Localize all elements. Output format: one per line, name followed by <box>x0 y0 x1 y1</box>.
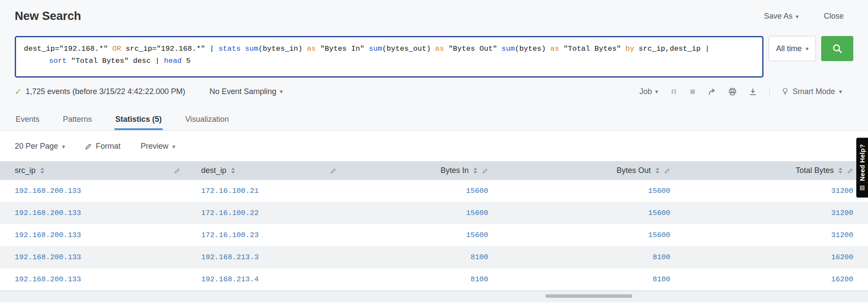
job-menu[interactable]: Job ▾ <box>640 87 658 96</box>
caret-down-icon: ▾ <box>62 143 65 150</box>
hscrollbar-thumb[interactable] <box>545 294 632 298</box>
print-button[interactable] <box>728 88 737 96</box>
cell-dest-ip[interactable]: 172.16.100.23 <box>191 224 347 246</box>
column-label: dest_ip <box>201 166 226 175</box>
column-header-bytes-out[interactable]: Bytes Out <box>499 161 681 180</box>
cell-total-bytes[interactable]: 31200 <box>681 224 868 246</box>
event-sampling-label: No Event Sampling <box>209 87 276 96</box>
tab-patterns[interactable]: Patterns <box>62 110 93 130</box>
cell-total-bytes[interactable]: 31200 <box>681 180 868 202</box>
query-line: sort "Total Bytes" desc | head 5 <box>24 55 754 67</box>
splunk-new-search-page: New Search Save As ▾ Close dest_ip="192.… <box>0 0 868 302</box>
edit-column-icon[interactable] <box>664 168 670 174</box>
cell-bytes-in[interactable]: 15600 <box>347 180 499 202</box>
column-label: Total Bytes <box>796 166 834 175</box>
query-token: (bytes_in) <box>258 45 307 53</box>
cell-dest-ip[interactable]: 172.16.100.21 <box>191 180 347 202</box>
sort-arrows-icon[interactable] <box>655 167 660 174</box>
preview-dropdown[interactable]: Preview ▾ <box>140 142 175 151</box>
query-token: as <box>435 45 444 53</box>
search-icon <box>832 43 843 54</box>
per-page-label: 20 Per Page <box>15 142 58 151</box>
events-count[interactable]: 1,725 events (before 3/15/22 4:42:22.000… <box>26 87 185 96</box>
sort-arrows-icon[interactable] <box>473 167 478 174</box>
edit-column-icon[interactable] <box>847 168 853 174</box>
table-row: 192.168.200.133192.168.213.4810081001620… <box>0 268 868 290</box>
statistics-table: src_ipdest_ipBytes InBytes OutTotal Byte… <box>0 161 868 290</box>
search-query-input[interactable]: dest_ip="192.168.*" OR src_ip="192.168.*… <box>15 36 764 78</box>
table-row: 192.168.200.133172.16.100.22156001560031… <box>0 202 868 224</box>
preview-label: Preview <box>140 142 168 151</box>
cell-bytes-out[interactable]: 8100 <box>499 246 681 268</box>
pencil-icon <box>85 143 92 150</box>
query-token: OR <box>112 45 121 53</box>
edit-column-icon[interactable] <box>330 168 336 174</box>
cell-bytes-out[interactable]: 15600 <box>499 180 681 202</box>
format-label: Format <box>96 142 121 151</box>
cell-bytes-out[interactable]: 8100 <box>499 268 681 290</box>
column-label: Bytes Out <box>617 166 651 175</box>
query-token: as <box>550 45 559 53</box>
job-label: Job <box>640 87 652 96</box>
cell-bytes-out[interactable]: 15600 <box>499 224 681 246</box>
cell-bytes-out[interactable]: 15600 <box>499 202 681 224</box>
column-header-dest-ip[interactable]: dest_ip <box>191 161 347 180</box>
cell-bytes-in[interactable]: 15600 <box>347 202 499 224</box>
column-header-src-ip[interactable]: src_ip <box>0 161 191 180</box>
tab-visualization[interactable]: Visualization <box>184 110 230 130</box>
hscrollbar-track[interactable] <box>0 290 868 302</box>
cell-bytes-in[interactable]: 8100 <box>347 246 499 268</box>
page-title: New Search <box>15 10 81 23</box>
share-button[interactable] <box>708 88 716 96</box>
export-button[interactable] <box>749 88 757 96</box>
table-row: 192.168.200.133172.16.100.21156001560031… <box>0 180 868 202</box>
cell-dest-ip[interactable]: 192.168.213.3 <box>191 246 347 268</box>
query-token: "Total Bytes" <box>559 45 625 53</box>
format-button[interactable]: Format <box>85 142 121 151</box>
query-token: sum <box>502 45 515 53</box>
cell-dest-ip[interactable]: 192.168.213.4 <box>191 268 347 290</box>
table-row: 192.168.200.133192.168.213.3810081001620… <box>0 246 868 268</box>
edit-column-icon[interactable] <box>174 168 180 174</box>
cell-src-ip[interactable]: 192.168.200.133 <box>0 246 191 268</box>
cell-src-ip[interactable]: 192.168.200.133 <box>0 224 191 246</box>
query-token: dest_ip="192.168.*" <box>24 45 112 53</box>
per-page-dropdown[interactable]: 20 Per Page ▾ <box>15 142 65 151</box>
cell-src-ip[interactable]: 192.168.200.133 <box>0 268 191 290</box>
cell-src-ip[interactable]: 192.168.200.133 <box>0 180 191 202</box>
time-range-picker[interactable]: All time ▾ <box>769 36 816 61</box>
column-header-total-bytes[interactable]: Total Bytes <box>681 161 868 180</box>
query-token: head <box>164 57 182 65</box>
tab-statistics-5[interactable]: Statistics (5) <box>114 110 163 130</box>
smart-mode-menu[interactable]: Smart Mode ▾ <box>782 87 842 96</box>
stop-button[interactable] <box>689 88 696 95</box>
sort-arrows-icon[interactable] <box>231 167 235 174</box>
pause-button[interactable] <box>670 88 677 95</box>
event-sampling-dropdown[interactable]: No Event Sampling ▾ <box>209 87 283 96</box>
close-label: Close <box>824 12 844 21</box>
sort-arrows-icon[interactable] <box>40 167 45 174</box>
cell-src-ip[interactable]: 192.168.200.133 <box>0 202 191 224</box>
cell-bytes-in[interactable]: 15600 <box>347 224 499 246</box>
query-token: sum <box>369 45 382 53</box>
cell-total-bytes[interactable]: 16200 <box>681 246 868 268</box>
check-icon: ✓ <box>15 87 22 97</box>
tab-events[interactable]: Events <box>15 110 40 130</box>
download-icon <box>749 88 757 96</box>
cell-total-bytes[interactable]: 16200 <box>681 268 868 290</box>
search-button[interactable] <box>821 36 853 61</box>
query-line: dest_ip="192.168.*" OR src_ip="192.168.*… <box>24 43 754 55</box>
table-body: 192.168.200.133172.16.100.21156001560031… <box>0 180 868 290</box>
edit-column-icon[interactable] <box>482 168 488 174</box>
close-button[interactable]: Close <box>824 12 844 21</box>
sort-arrows-icon[interactable] <box>838 167 843 174</box>
column-header-bytes-in[interactable]: Bytes In <box>347 161 499 180</box>
results-toolbar: 20 Per Page ▾ Format Preview ▾ <box>0 130 868 161</box>
save-as-menu[interactable]: Save As ▾ <box>764 12 799 21</box>
cell-bytes-in[interactable]: 8100 <box>347 268 499 290</box>
cell-dest-ip[interactable]: 172.16.100.22 <box>191 202 347 224</box>
smart-mode-label: Smart Mode <box>793 87 835 96</box>
need-help-tab[interactable]: ▤ Need Help? <box>856 138 868 198</box>
caret-down-icon: ▾ <box>280 88 283 95</box>
cell-total-bytes[interactable]: 31200 <box>681 202 868 224</box>
